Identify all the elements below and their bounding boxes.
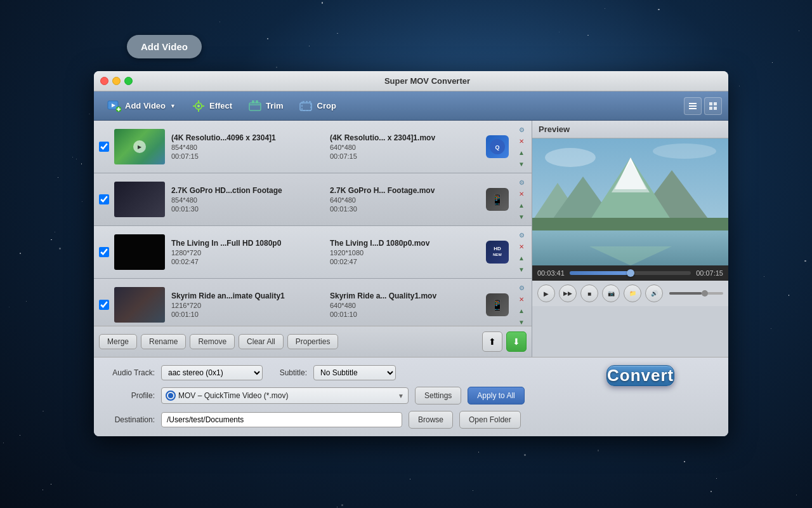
file-checkbox-4[interactable] <box>99 300 109 310</box>
screenshot-button[interactable]: 📷 <box>602 284 620 302</box>
add-video-button[interactable]: Add Video ▼ <box>100 95 182 117</box>
list-view-button[interactable] <box>684 97 702 115</box>
window-title: Super MOV Converter <box>133 76 722 86</box>
action-icons-2: ⚙ ✕ ▲ ▼ <box>516 177 527 222</box>
file-checkbox-2[interactable] <box>99 194 109 204</box>
file-name-4: Skyrim Ride an...imate Quality1 <box>171 291 298 300</box>
profile-select[interactable]: MOV – QuickTime Video (*.mov) ▼ <box>161 387 409 404</box>
file-checkbox-1[interactable] <box>99 142 109 152</box>
open-folder-button[interactable]: Open Folder <box>459 411 521 429</box>
volume-handle[interactable] <box>702 290 708 297</box>
subtitle-select[interactable]: No Subtitle <box>313 365 396 380</box>
svg-rect-13 <box>252 100 254 104</box>
svg-rect-18 <box>689 105 697 107</box>
audio-track-select[interactable]: aac stereo (0x1) <box>161 365 263 380</box>
file-resolution-1: 854*480 <box>171 144 324 151</box>
settings-icon-1[interactable]: ⚙ <box>516 124 527 135</box>
up-icon-4[interactable]: ▲ <box>516 305 527 316</box>
up-icon-2[interactable]: ▲ <box>516 200 527 210</box>
svg-rect-17 <box>689 103 697 104</box>
file-info-1: (4K Resolutio...4096 x 2304]1 854*480 00… <box>171 133 324 160</box>
rename-button[interactable]: Rename <box>141 334 186 349</box>
add-video-icon <box>107 98 122 114</box>
output-duration-1: 00:07:15 <box>330 152 482 160</box>
detail-view-button[interactable] <box>704 97 722 115</box>
output-resolution-3: 1920*1080 <box>330 249 482 257</box>
convert-button[interactable]: Convert <box>606 365 674 386</box>
down-icon-4[interactable]: ▼ <box>516 317 527 326</box>
table-row[interactable]: The Living In ...Full HD 1080p0 1280*720… <box>94 226 532 279</box>
svg-rect-23 <box>714 107 717 110</box>
play-button[interactable]: ▶ <box>537 284 555 302</box>
preview-video <box>532 138 728 265</box>
settings-icon-4[interactable]: ⚙ <box>516 283 527 293</box>
down-icon-1[interactable]: ▼ <box>516 159 527 169</box>
remove-button[interactable]: Remove <box>190 334 235 349</box>
output-duration-3: 00:02:47 <box>330 258 482 265</box>
remove-icon-1[interactable]: ✕ <box>516 136 527 146</box>
trim-button[interactable]: Trim <box>241 95 289 117</box>
output-duration-2: 00:01:30 <box>330 205 482 213</box>
remove-icon-4[interactable]: ✕ <box>516 294 527 304</box>
remove-icon-3[interactable]: ✕ <box>516 241 527 251</box>
file-name-1: (4K Resolutio...4096 x 2304]1 <box>171 133 298 142</box>
effect-button[interactable]: Effect <box>185 95 239 117</box>
progress-bar[interactable] <box>570 271 691 275</box>
download-button[interactable]: ⬇ <box>506 331 527 352</box>
titlebar: Super MOV Converter <box>94 71 728 91</box>
close-button[interactable] <box>100 77 108 85</box>
action-icons-4: ⚙ ✕ ▲ ▼ <box>516 283 527 326</box>
table-row[interactable]: Skyrim Ride an...imate Quality1 1216*720… <box>94 279 532 326</box>
remove-icon-2[interactable]: ✕ <box>516 189 527 199</box>
format-badge-1: Q <box>486 135 509 158</box>
add-video-tooltip: Add Video <box>127 35 202 58</box>
volume-slider[interactable] <box>669 292 723 295</box>
clear-all-button[interactable]: Clear All <box>239 334 284 349</box>
browse-button[interactable]: Browse <box>409 411 453 429</box>
file-duration-4: 00:01:10 <box>171 311 324 318</box>
apply-to-all-button[interactable]: Apply to All <box>468 387 524 404</box>
svg-rect-11 <box>249 103 261 110</box>
svg-rect-20 <box>709 102 712 105</box>
destination-input[interactable] <box>161 412 402 427</box>
trim-icon <box>247 98 263 114</box>
minimize-button[interactable] <box>112 77 121 85</box>
traffic-lights <box>100 77 133 85</box>
stop-button[interactable]: ■ <box>580 284 598 302</box>
svg-rect-21 <box>714 102 717 105</box>
output-name-4: Skyrim Ride a... Quality1.mov <box>330 291 457 300</box>
file-resolution-4: 1216*720 <box>171 302 324 309</box>
svg-text:Q: Q <box>495 144 499 150</box>
file-output-3: The Living I...D 1080p0.mov 1920*1080 00… <box>330 239 482 265</box>
upload-button[interactable]: ⬆ <box>482 331 502 352</box>
table-row[interactable]: 2.7K GoPro HD...ction Footage 854*480 00… <box>94 173 532 226</box>
destination-label: Destination: <box>104 415 155 424</box>
file-checkbox-3[interactable] <box>99 247 109 257</box>
file-info-3: The Living In ...Full HD 1080p0 1280*720… <box>171 239 324 265</box>
file-duration-1: 00:07:15 <box>171 152 324 160</box>
crop-button[interactable]: Crop <box>292 95 343 117</box>
folder-button[interactable]: 📁 <box>624 284 641 302</box>
settings-button[interactable]: Settings <box>415 387 461 404</box>
settings-icon-3[interactable]: ⚙ <box>516 230 527 240</box>
output-resolution-2: 640*480 <box>330 196 482 204</box>
merge-button[interactable]: Merge <box>99 334 137 349</box>
settings-icon-2[interactable]: ⚙ <box>516 177 527 187</box>
fast-forward-button[interactable]: ▶▶ <box>559 284 577 302</box>
maximize-button[interactable] <box>124 77 133 85</box>
down-icon-3[interactable]: ▼ <box>516 264 527 274</box>
up-icon-1[interactable]: ▲ <box>516 147 527 157</box>
svg-point-39 <box>653 144 716 159</box>
volume-icon: 🔊 <box>645 284 663 302</box>
progress-handle[interactable] <box>627 269 634 277</box>
table-row[interactable]: ▶ (4K Resolutio...4096 x 2304]1 854*480 … <box>94 121 532 173</box>
file-thumbnail-1: ▶ <box>114 129 165 164</box>
profile-row: Profile: MOV – QuickTime Video (*.mov) ▼… <box>104 387 718 404</box>
down-icon-2[interactable]: ▼ <box>516 211 527 222</box>
properties-button[interactable]: Properties <box>287 334 339 349</box>
content-area: ▶ (4K Resolutio...4096 x 2304]1 854*480 … <box>94 121 728 357</box>
time-total: 00:07:15 <box>695 269 723 277</box>
effect-icon <box>191 98 206 114</box>
profile-value: MOV – QuickTime Video (*.mov) <box>178 391 395 400</box>
up-icon-3[interactable]: ▲ <box>516 253 527 263</box>
